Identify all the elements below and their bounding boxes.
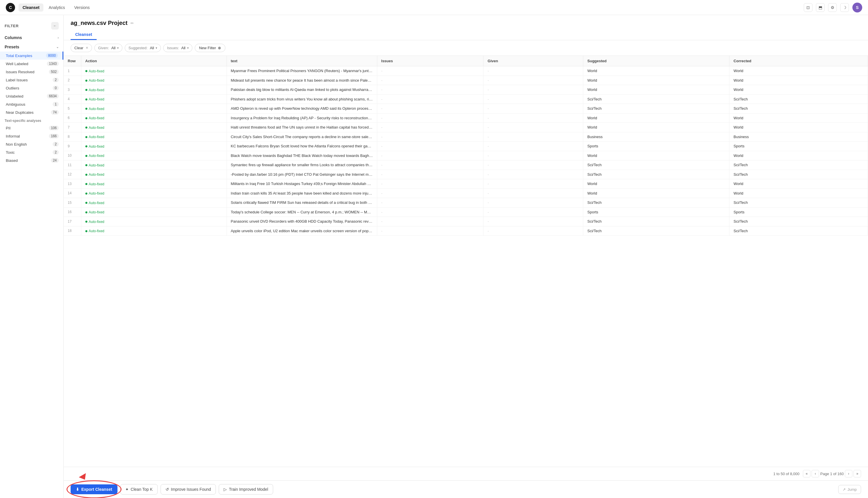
export-cleanset-button[interactable]: ⬇ Export Cleanset [71, 484, 118, 494]
issues-filter[interactable]: Issues: All ▾ [163, 44, 192, 52]
sidebar-item-well-labeled[interactable]: Well Labeled 1343 [0, 60, 63, 68]
first-page-button[interactable]: « [803, 470, 811, 477]
row-text: Pakistan deals big blow to militants Al-… [227, 85, 377, 95]
tab-cleanset[interactable]: Cleanset [71, 30, 97, 40]
sidebar-item-biased[interactable]: Biased 24 [0, 156, 63, 165]
clear-x-icon[interactable]: ✕ [86, 46, 88, 50]
avatar[interactable]: S [852, 3, 862, 12]
clean-top-k-button[interactable]: ✦ Clean Top K [120, 484, 158, 495]
sidebar-item-total-examples[interactable]: Total Examples 8000 [0, 52, 63, 60]
row-corrected: World [729, 113, 868, 123]
table-row[interactable]: 13 Auto-fixed Militants in Iraq Free 10 … [64, 179, 868, 189]
given-filter[interactable]: Given: All ▾ [94, 44, 122, 52]
row-suggested: Sci/Tech [583, 170, 729, 179]
sidebar-item-toxic[interactable]: Toxic 2 [0, 148, 63, 156]
jump-input[interactable]: ↗ Jump [838, 485, 861, 494]
row-given: - [484, 113, 583, 123]
row-corrected: World [729, 76, 868, 85]
clear-filter[interactable]: Clear ✕ [71, 44, 92, 52]
table-row[interactable]: 15 Auto-fixed Solaris critically flawed … [64, 198, 868, 208]
sidebar-item-unlabeled[interactable]: Unlabeled 6634 [0, 92, 63, 100]
table-row[interactable]: 9 Auto-fixed KC barbecues Falcons Bryan … [64, 142, 868, 151]
nav-versions[interactable]: Versions [70, 3, 94, 12]
row-given: - [484, 160, 583, 170]
row-corrected: World [729, 123, 868, 132]
row-given: - [484, 207, 583, 217]
sidebar-item-label-issues[interactable]: Label Issues 2 [0, 76, 63, 84]
edit-icon[interactable]: ✏ [131, 21, 134, 25]
prev-page-button[interactable]: ‹ [812, 470, 819, 477]
table-row[interactable]: 2 Auto-fixed Mideast lull presents new c… [64, 76, 868, 85]
table-row[interactable]: 4 Auto-fixed Phishers adopt scam tricks … [64, 94, 868, 104]
row-number: 9 [64, 142, 81, 151]
clean-top-k-icon: ✦ [125, 487, 129, 492]
row-number: 8 [64, 132, 81, 142]
row-given: - [484, 217, 583, 226]
row-issues: - [377, 123, 484, 132]
table-row[interactable]: 7 Auto-fixed Haiti unrest threatens food… [64, 123, 868, 132]
row-suggested: World [583, 123, 729, 132]
last-page-button[interactable]: » [854, 470, 861, 477]
improve-issues-button[interactable]: ↺ Improve Issues Found [161, 484, 216, 495]
nav-analytics[interactable]: Analytics [44, 3, 69, 12]
columns-heading[interactable]: Columns › [0, 33, 63, 42]
table-row[interactable]: 18 Auto-fixed Apple unveils color iPod, … [64, 226, 868, 236]
suggested-arrow-icon: ▾ [156, 46, 157, 50]
table-row[interactable]: 3 Auto-fixed Pakistan deals big blow to … [64, 85, 868, 95]
settings-icon[interactable]: ⚙ [828, 3, 837, 12]
col-row: Row [64, 56, 81, 66]
new-filter-button[interactable]: New Filter ⊕ [195, 44, 226, 52]
row-corrected: Sports [729, 207, 868, 217]
row-given: - [484, 66, 583, 76]
table-row[interactable]: 14 Auto-fixed Indian train crash kills 3… [64, 188, 868, 198]
row-number: 3 [64, 85, 81, 95]
sidebar-item-informal[interactable]: Informal 166 [0, 132, 63, 140]
train-model-button[interactable]: ▷ Train Improved Model [219, 484, 273, 495]
row-issues: - [377, 94, 484, 104]
table-row[interactable]: 5 Auto-fixed AMD Opteron is reved up wit… [64, 104, 868, 114]
row-suggested: World [583, 76, 729, 85]
sidebar-item-near-duplicates[interactable]: Near Duplicates 74 [0, 108, 63, 116]
sidebar-item-pii[interactable]: PII 106 [0, 124, 63, 132]
table-row[interactable]: 11 Auto-fixed Symantec fires up firewall… [64, 160, 868, 170]
filter-bar: Clear ✕ Given: All ▾ Suggested: All ▾ Is… [64, 40, 868, 56]
sidebar-item-non-english[interactable]: Non English 2 [0, 140, 63, 148]
row-action: Auto-fixed [81, 170, 227, 179]
project-title: ag_news.csv Project [71, 20, 127, 26]
table-row[interactable]: 6 Auto-fixed Insurgency a Problem for Ir… [64, 113, 868, 123]
next-page-button[interactable]: › [845, 470, 852, 477]
export-highlight: ⬇ Export Cleanset [71, 484, 118, 494]
table-row[interactable]: 10 Auto-fixed Black Watch move towards B… [64, 151, 868, 160]
sidebar-item-issues-resolved[interactable]: Issues Resolved 502 [0, 68, 63, 76]
table-row[interactable]: 12 Auto-fixed -Posted by dan.farber 10:1… [64, 170, 868, 179]
row-suggested: Sci/Tech [583, 160, 729, 170]
row-action: Auto-fixed [81, 207, 227, 217]
row-suggested: World [583, 66, 729, 76]
row-text: Circuit City's Sales Short-Circuit The c… [227, 132, 377, 142]
suggested-filter[interactable]: Suggested: All ▾ [125, 44, 161, 52]
monitor-icon[interactable]: ⊡ [804, 3, 812, 12]
moon-icon[interactable]: ☽ [840, 3, 849, 12]
presets-chevron-icon: ⌄ [56, 45, 59, 49]
table-row[interactable]: 16 Auto-fixed Today's schedule College s… [64, 207, 868, 217]
export-icon[interactable]: ⬒ [816, 3, 825, 12]
table-row[interactable]: 1 Auto-fixed Myanmar Frees Prominent Pol… [64, 66, 868, 76]
sidebar-item-outliers[interactable]: Outliers 0 [0, 84, 63, 92]
row-text: Apple unveils color iPod, U2 edition Mac… [227, 226, 377, 236]
filter-back-button[interactable]: ← [51, 22, 59, 29]
sidebar-item-ambiguous[interactable]: Ambiguous 1 [0, 100, 63, 108]
app-logo[interactable]: C [6, 3, 15, 12]
given-label: Given: [98, 46, 109, 50]
row-given: - [484, 104, 583, 114]
table-row[interactable]: 8 Auto-fixed Circuit City's Sales Short-… [64, 132, 868, 142]
nav-cleanset[interactable]: Cleanset [18, 3, 43, 12]
row-corrected: World [729, 188, 868, 198]
row-corrected: World [729, 85, 868, 95]
table-row[interactable]: 17 Auto-fixed Panasonic unveil DVD Recor… [64, 217, 868, 226]
topnav-right: ⊡ ⬒ ⚙ ☽ S [804, 3, 862, 12]
row-action: Auto-fixed [81, 94, 227, 104]
row-action: Auto-fixed [81, 217, 227, 226]
row-action: Auto-fixed [81, 142, 227, 151]
presets-heading[interactable]: Presets ⌄ [0, 42, 63, 52]
row-action: Auto-fixed [81, 123, 227, 132]
